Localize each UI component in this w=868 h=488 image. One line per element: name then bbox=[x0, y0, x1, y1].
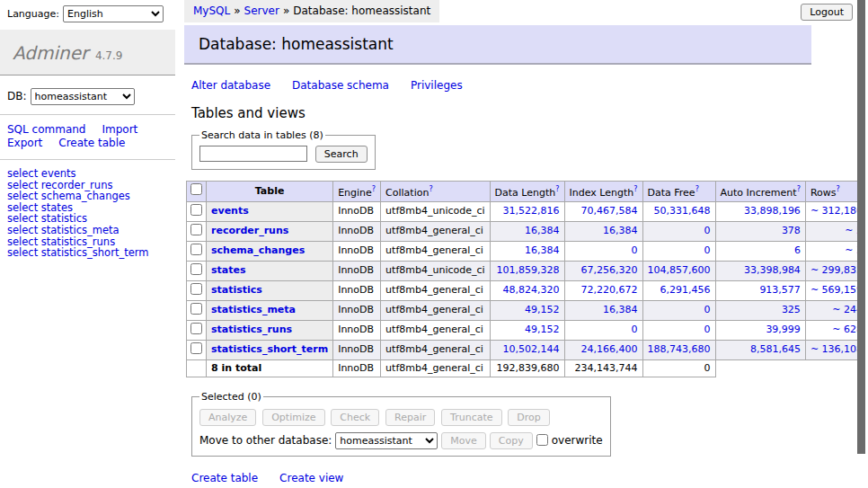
index-length-link[interactable]: 16,384 bbox=[603, 304, 638, 315]
index-length-link[interactable]: 70,467,584 bbox=[581, 205, 638, 217]
search-button[interactable]: Search bbox=[315, 146, 368, 163]
rows-link[interactable]: ~ 312,180 bbox=[810, 205, 863, 217]
auto-increment-link[interactable]: 8,581,645 bbox=[750, 343, 801, 355]
breadcrumb-mysql[interactable]: MySQL bbox=[193, 4, 230, 17]
create-table-link[interactable]: Create table bbox=[191, 472, 258, 484]
table-link[interactable]: statistics_runs bbox=[211, 324, 292, 335]
column-help-link[interactable]: ? bbox=[429, 185, 432, 193]
adminer-version[interactable]: 4.7.9 bbox=[95, 49, 123, 62]
sidebar-select-statistics-short-term[interactable]: select statistics_short_term bbox=[7, 246, 148, 259]
table-link[interactable]: statistics_meta bbox=[211, 304, 296, 315]
sql-command-link[interactable]: SQL command bbox=[7, 123, 85, 136]
column-help-link[interactable]: ? bbox=[836, 185, 839, 193]
column-help-link[interactable]: ? bbox=[372, 185, 376, 193]
breadcrumb-server[interactable]: Server bbox=[244, 4, 279, 17]
data-free-link[interactable]: 0 bbox=[704, 225, 711, 236]
data-length-link[interactable]: 31,522,816 bbox=[503, 205, 560, 217]
rows-link[interactable]: ~ 136,108 bbox=[810, 343, 863, 355]
move-database-select[interactable]: homeassistant bbox=[335, 432, 438, 449]
index-length-link[interactable]: 0 bbox=[632, 244, 638, 256]
select-all-checkbox[interactable] bbox=[190, 183, 202, 195]
drop-button[interactable]: Drop bbox=[508, 409, 549, 426]
analyze-button[interactable]: Analyze bbox=[199, 409, 256, 426]
db-select[interactable]: homeassistant bbox=[31, 88, 135, 105]
table-link[interactable]: recorder_runs bbox=[211, 225, 288, 236]
table-link[interactable]: events bbox=[211, 205, 249, 217]
row-checkbox[interactable] bbox=[190, 263, 202, 275]
data-length-link[interactable]: 16,384 bbox=[525, 225, 560, 236]
row-checkbox[interactable] bbox=[190, 283, 202, 295]
logout-button[interactable]: Logout bbox=[801, 4, 853, 21]
move-button[interactable]: Move bbox=[441, 432, 486, 449]
truncate-button[interactable]: Truncate bbox=[441, 409, 501, 426]
auto-increment-link[interactable]: 325 bbox=[782, 304, 801, 315]
data-length-link[interactable]: 16,384 bbox=[525, 244, 560, 256]
rows-link[interactable]: ~ 299,833 bbox=[810, 264, 863, 276]
create-view-link[interactable]: Create view bbox=[279, 472, 343, 484]
column-help-link[interactable]: ? bbox=[555, 185, 559, 193]
row-checkbox[interactable] bbox=[190, 244, 202, 255]
collation-cell: utf8mb4_general_ci bbox=[381, 241, 490, 261]
index-length-link[interactable]: 0 bbox=[632, 324, 638, 335]
data-length-link[interactable]: 49,152 bbox=[525, 304, 560, 315]
data-free-link[interactable]: 0 bbox=[704, 304, 711, 315]
table-link[interactable]: states bbox=[211, 264, 246, 276]
repair-button[interactable]: Repair bbox=[385, 409, 435, 426]
index-length-link[interactable]: 72,220,672 bbox=[581, 284, 638, 296]
search-input[interactable] bbox=[199, 146, 307, 162]
copy-button[interactable]: Copy bbox=[490, 432, 533, 449]
check-button[interactable]: Check bbox=[331, 409, 379, 426]
auto-increment-link[interactable]: 39,999 bbox=[766, 324, 801, 335]
column-help-link[interactable]: ? bbox=[633, 185, 637, 193]
alter-database-link[interactable]: Alter database bbox=[191, 79, 270, 92]
export-link[interactable]: Export bbox=[7, 137, 42, 149]
auto-increment-link[interactable]: 6 bbox=[794, 244, 801, 256]
overwrite-checkbox[interactable] bbox=[536, 434, 548, 446]
import-link[interactable]: Import bbox=[102, 123, 137, 136]
auto-increment-link[interactable]: 913,577 bbox=[759, 284, 801, 296]
data-length-link[interactable]: 49,152 bbox=[525, 324, 560, 335]
index-length-link[interactable]: 24,166,400 bbox=[581, 343, 638, 355]
rows-link[interactable]: ~ 569,159 bbox=[810, 284, 863, 296]
auto-increment-link[interactable]: 33,398,984 bbox=[744, 264, 801, 276]
optimize-button[interactable]: Optimize bbox=[262, 409, 324, 426]
vertical-scrollbar[interactable] bbox=[857, 0, 868, 488]
auto-increment-link[interactable]: 378 bbox=[782, 225, 801, 236]
index-length-link[interactable]: 16,384 bbox=[603, 225, 638, 236]
auto-increment-link[interactable]: 33,898,196 bbox=[744, 205, 801, 217]
data-length-link[interactable]: 101,859,328 bbox=[497, 264, 560, 276]
row-checkbox[interactable] bbox=[190, 204, 202, 216]
data-free-link[interactable]: 104,857,600 bbox=[648, 264, 711, 276]
row-checkbox[interactable] bbox=[190, 323, 202, 334]
column-help-link[interactable]: ? bbox=[797, 185, 801, 193]
adminer-logo-name[interactable]: Adminer bbox=[13, 42, 88, 64]
engine-cell: InnoDB bbox=[333, 300, 381, 320]
table-link[interactable]: statistics bbox=[211, 284, 262, 296]
engine-cell: InnoDB bbox=[333, 280, 381, 300]
scrollbar-thumb[interactable] bbox=[857, 0, 865, 454]
row-checkbox[interactable] bbox=[190, 303, 202, 315]
table-link[interactable]: statistics_short_term bbox=[211, 343, 328, 355]
data-free-link[interactable]: 50,331,648 bbox=[654, 205, 711, 217]
privileges-link[interactable]: Privileges bbox=[411, 79, 463, 92]
data-free-link[interactable]: 0 bbox=[704, 244, 711, 256]
data-free-cell: 6,291,456 bbox=[642, 280, 715, 300]
database-schema-link[interactable]: Database schema bbox=[292, 79, 389, 92]
language-select[interactable]: English bbox=[63, 5, 164, 22]
index-length-cell: 72,220,672 bbox=[564, 280, 642, 300]
data-free-link[interactable]: 6,291,456 bbox=[660, 284, 711, 296]
data-free-link[interactable]: 0 bbox=[704, 324, 711, 335]
create-table-link-sidebar[interactable]: Create table bbox=[58, 137, 125, 149]
data-free-link[interactable]: 188,743,680 bbox=[648, 343, 711, 355]
data-length-link[interactable]: 48,824,320 bbox=[503, 284, 560, 296]
index-length-link[interactable]: 67,256,320 bbox=[581, 264, 638, 276]
row-checkbox[interactable] bbox=[190, 342, 202, 354]
data-length-link[interactable]: 10,502,144 bbox=[503, 343, 560, 355]
overwrite-label[interactable]: overwrite bbox=[552, 434, 603, 447]
column-help-link[interactable]: ? bbox=[695, 185, 699, 193]
row-checkbox[interactable] bbox=[190, 224, 202, 235]
table-link[interactable]: schema_changes bbox=[211, 244, 305, 256]
auto-increment-cell: 33,398,984 bbox=[715, 261, 805, 280]
table-name-cell: statistics bbox=[207, 280, 333, 300]
page-title: Database: homeassistant bbox=[184, 25, 811, 65]
